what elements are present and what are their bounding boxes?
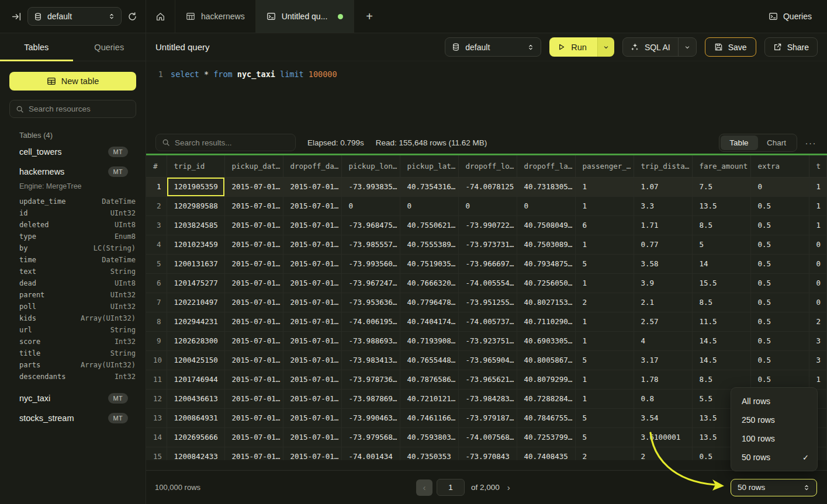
page-number-input[interactable] (437, 479, 465, 496)
cell[interactable]: 11.5 (692, 312, 750, 331)
cell[interactable]: -74.001434 (341, 447, 400, 460)
cell[interactable]: -73.965904… (458, 350, 517, 370)
cell[interactable]: 2 (575, 293, 634, 312)
column-header[interactable]: fare_amount (692, 155, 750, 177)
rows-option-all-rows[interactable]: All rows (731, 392, 817, 411)
cell[interactable]: 2015-07-01… (283, 235, 341, 254)
cell[interactable]: 2015-07-01… (224, 408, 283, 427)
save-button[interactable]: Save (705, 37, 756, 57)
cell[interactable]: 2 (809, 312, 827, 331)
cell[interactable]: -73.970843 (458, 447, 517, 460)
schema-column[interactable]: idUInt32 (9, 207, 136, 219)
cell[interactable]: -73.968475… (341, 215, 400, 235)
cell[interactable]: -74.007568… (458, 427, 517, 447)
cell[interactable]: 40.7210121… (400, 389, 458, 408)
cell[interactable]: -73.923751… (458, 331, 517, 350)
column-header[interactable]: pickup_lon… (341, 155, 400, 177)
cell[interactable]: 1 (809, 215, 827, 235)
column-header[interactable]: dropoff_la… (517, 155, 575, 177)
run-button[interactable]: Run (549, 37, 597, 57)
cell[interactable]: 40.7550621… (400, 215, 458, 235)
cell[interactable]: 40.7593803… (400, 427, 458, 447)
cell[interactable]: -74.005737… (458, 312, 517, 331)
cell[interactable]: 14 (692, 254, 750, 273)
cell[interactable]: 3.58 (634, 254, 692, 273)
cell[interactable]: 40.7350353 (400, 447, 458, 460)
cell[interactable]: 1 (575, 177, 634, 196)
column-header[interactable]: dropoff_lo… (458, 155, 517, 177)
cell[interactable]: 0.5 (750, 235, 809, 254)
cell[interactable]: 5 (575, 350, 634, 370)
cell[interactable]: 40.6903305… (517, 331, 575, 350)
schema-column[interactable]: typeEnum8 (9, 231, 136, 242)
cell[interactable]: 0 (458, 196, 517, 215)
sidebar-tab-tables[interactable]: Tables (0, 33, 73, 61)
cell[interactable]: 3 (809, 331, 827, 350)
cell[interactable]: 2015-07-01… (283, 427, 341, 447)
cell[interactable]: 1 (575, 312, 634, 331)
cell[interactable]: -73.990722… (458, 215, 517, 235)
cell[interactable]: 40.8079299… (517, 370, 575, 389)
schema-column[interactable]: scoreInt32 (9, 336, 136, 347)
column-header[interactable]: t (809, 155, 827, 177)
cell[interactable]: 1201905359 (167, 177, 224, 196)
cell[interactable]: 2015-07-01… (283, 408, 341, 427)
sql-editor[interactable]: 1 select * from nyc_taxi limit 100000 (146, 61, 827, 131)
cell[interactable]: 40.7253799… (517, 427, 575, 447)
cell[interactable]: 0 (809, 273, 827, 293)
cell[interactable]: 2 (634, 447, 692, 460)
sidebar-tab-queries[interactable]: Queries (73, 33, 146, 61)
cell[interactable]: 1 (575, 273, 634, 293)
sidebar-table-hackernews[interactable]: hackernewsMT (9, 162, 136, 182)
cell[interactable]: 2015-07-01… (224, 196, 283, 215)
cell[interactable]: 0.5 (750, 215, 809, 235)
cell[interactable]: 40.7655448… (400, 350, 458, 370)
cell[interactable]: 2015-07-01… (283, 350, 341, 370)
sidebar-table-cell_towers[interactable]: cell_towersMT (9, 142, 136, 162)
tab-home[interactable] (146, 0, 175, 33)
cell[interactable]: -73.993560… (341, 254, 400, 273)
cell[interactable]: 40.7934875… (517, 254, 575, 273)
rows-option-100-rows[interactable]: 100 rows (731, 429, 817, 448)
schema-column[interactable]: textString (9, 266, 136, 277)
cell[interactable]: -74.0078125 (458, 177, 517, 196)
cell[interactable]: 1202944231 (167, 312, 224, 331)
column-header[interactable]: extra (750, 155, 809, 177)
cell[interactable]: 40.7354316… (400, 177, 458, 196)
cell[interactable]: 0 (400, 196, 458, 215)
schema-column[interactable]: pollUInt32 (9, 301, 136, 312)
column-header[interactable]: # (146, 155, 167, 177)
cell[interactable]: -73.984283… (458, 389, 517, 408)
column-header[interactable]: trip_dista… (634, 155, 692, 177)
cell[interactable]: 40.8005867… (517, 350, 575, 370)
new-tab-button[interactable]: + (354, 0, 385, 33)
cell[interactable]: 2015-07-01… (283, 370, 341, 389)
cell[interactable]: 1202210497 (167, 293, 224, 312)
cell[interactable]: 2015-07-01… (283, 177, 341, 196)
collapse-sidebar-icon[interactable] (12, 12, 22, 22)
cell[interactable]: -73.966697… (458, 254, 517, 273)
cell[interactable]: 2015-07-01… (224, 447, 283, 460)
resource-search-input[interactable] (29, 105, 130, 113)
queries-button[interactable]: Queries (769, 0, 827, 33)
cell[interactable]: 8.5 (692, 215, 750, 235)
cell[interactable]: 40.7508049… (517, 215, 575, 235)
cell[interactable]: 2015-07-01… (224, 293, 283, 312)
view-toggle-chart[interactable]: Chart (758, 135, 795, 150)
cell[interactable]: -73.979568… (341, 427, 400, 447)
cell[interactable]: 15.5 (692, 273, 750, 293)
run-options-caret[interactable] (597, 37, 614, 57)
sidebar-table-stocks_stream[interactable]: stocks_streamMT (9, 408, 136, 428)
rows-option-250-rows[interactable]: 250 rows (731, 411, 817, 429)
column-header[interactable]: dropoff_da… (283, 155, 341, 177)
cell[interactable]: 13.5 (692, 196, 750, 215)
schema-column[interactable]: byLC(String) (9, 242, 136, 254)
cell[interactable]: 1 (575, 235, 634, 254)
cell[interactable]: 5 (575, 427, 634, 447)
cell[interactable]: 2015-07-01… (224, 254, 283, 273)
cell[interactable]: 8.5 (692, 370, 750, 389)
cell[interactable]: 1202989588 (167, 196, 224, 215)
cell[interactable]: -73.978736… (341, 370, 400, 389)
cell[interactable]: 2015-07-01… (224, 215, 283, 235)
cell[interactable]: 40.7519035… (400, 254, 458, 273)
